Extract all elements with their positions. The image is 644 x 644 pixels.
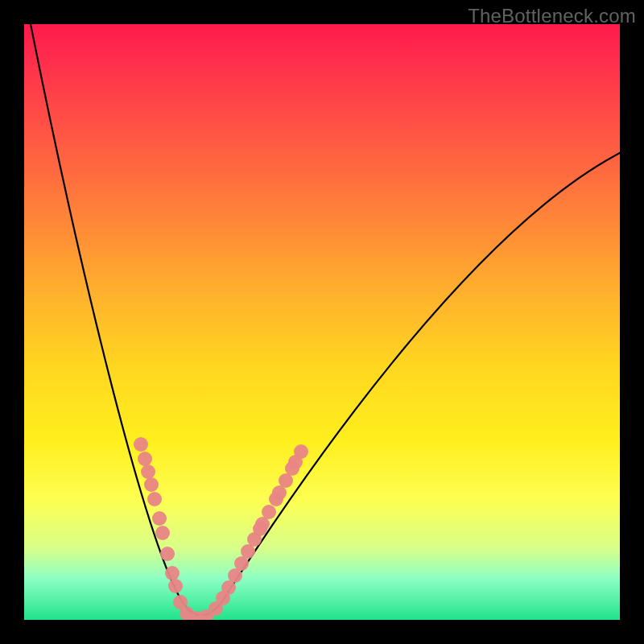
bottleneck-curve — [31, 24, 620, 615]
data-marker — [144, 477, 159, 492]
data-marker — [147, 492, 162, 506]
chart-svg — [24, 24, 620, 620]
data-marker — [294, 444, 308, 459]
data-marker — [152, 511, 167, 526]
data-marker — [165, 566, 180, 580]
watermark-label: TheBottleneck.com — [468, 5, 636, 27]
plot-area — [24, 24, 620, 620]
data-markers — [134, 437, 308, 620]
chart-frame: TheBottleneck.com — [0, 0, 644, 644]
data-marker — [138, 452, 152, 466]
data-marker — [160, 547, 175, 561]
data-marker — [168, 579, 183, 593]
data-marker — [134, 437, 148, 452]
data-marker — [262, 505, 276, 519]
data-marker — [141, 464, 155, 479]
data-marker — [155, 526, 170, 540]
